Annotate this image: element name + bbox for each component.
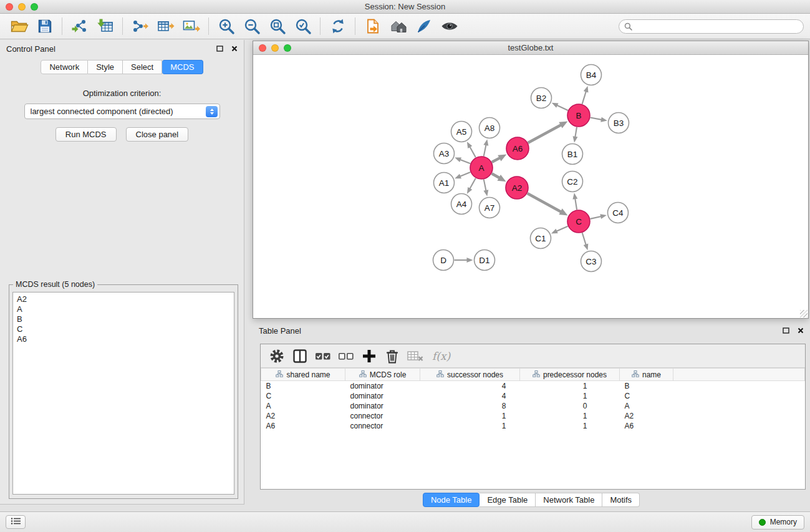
delete-icon[interactable] <box>381 346 403 366</box>
delete-table-icon[interactable] <box>404 346 426 366</box>
tab-network[interactable]: Network <box>41 60 88 74</box>
network-edge-B-B3[interactable] <box>591 118 602 120</box>
column-header-shared-name[interactable]: shared name <box>261 369 345 381</box>
tab-style[interactable]: Style <box>88 60 123 74</box>
network-node-C2[interactable]: C2 <box>562 172 583 192</box>
network-edge-A6-B[interactable] <box>528 125 562 143</box>
close-panel-icon[interactable] <box>798 327 804 334</box>
mcds-result-item[interactable]: A <box>17 304 230 314</box>
mcds-result-item[interactable]: A6 <box>17 334 230 344</box>
report-icon[interactable] <box>360 16 385 37</box>
function-builder-button[interactable]: f(x) <box>432 350 450 362</box>
column-header-MCDS-role[interactable]: MCDS role <box>345 369 420 381</box>
zoom-selected-icon[interactable] <box>290 16 316 37</box>
close-panel-icon[interactable] <box>231 46 238 52</box>
table-row[interactable]: Adominator80A <box>261 401 805 411</box>
deselect-all-icon[interactable] <box>335 346 357 366</box>
columns-icon[interactable] <box>289 346 311 366</box>
network-canvas[interactable]: B4B2BB3A5A8A6B1A3AA1C2A2A4A7C4CC1C3DD1 <box>253 55 808 318</box>
column-header-predecessor-nodes[interactable]: predecessor nodes <box>520 369 620 381</box>
network-node-B4[interactable]: B4 <box>581 65 602 85</box>
optimization-criterion-dropdown[interactable]: largest connected component (directed) <box>24 104 220 119</box>
column-header-successor-nodes[interactable]: successor nodes <box>420 369 520 381</box>
table-row[interactable]: Bdominator41B <box>261 381 805 391</box>
network-edge-B-B4[interactable] <box>582 90 587 104</box>
float-panel-icon[interactable] <box>216 46 223 52</box>
network-node-A8[interactable]: A8 <box>480 118 500 138</box>
network-node-A[interactable]: A <box>470 157 493 179</box>
network-node-B1[interactable]: B1 <box>562 144 583 165</box>
add-icon[interactable] <box>358 346 380 366</box>
tab-select[interactable]: Select <box>123 60 162 74</box>
network-edge-A-A5[interactable] <box>470 146 476 157</box>
mcds-result-item[interactable]: A2 <box>17 294 230 304</box>
network-edge-A2-C[interactable] <box>528 193 562 212</box>
zoom-in-icon[interactable] <box>213 16 239 37</box>
console-menu-button[interactable] <box>6 515 26 529</box>
table-row[interactable]: A6connector11A6 <box>261 421 805 431</box>
tab-mcds[interactable]: MCDS <box>162 60 203 74</box>
import-table-icon[interactable] <box>92 16 118 37</box>
resize-grip[interactable] <box>800 310 808 317</box>
tab-network-table[interactable]: Network Table <box>536 493 602 507</box>
network-edge-C-C1[interactable] <box>556 226 567 232</box>
network-node-A6[interactable]: A6 <box>506 137 529 160</box>
network-edge-A-A2[interactable] <box>492 173 500 178</box>
eye-icon[interactable] <box>436 16 462 37</box>
network-node-C3[interactable]: C3 <box>581 251 602 272</box>
tab-edge-table[interactable]: Edge Table <box>480 493 536 507</box>
mcds-result-item[interactable]: B <box>17 314 230 324</box>
network-edge-B-B2[interactable] <box>556 105 568 110</box>
mcds-result-item[interactable]: C <box>17 324 230 334</box>
network-edge-A-A8[interactable] <box>484 144 486 156</box>
home-icon[interactable] <box>385 16 411 37</box>
select-all-icon[interactable] <box>312 346 334 366</box>
run-mcds-button[interactable]: Run MCDS <box>55 127 117 142</box>
network-edge-A-A1[interactable] <box>460 172 471 177</box>
network-node-C4[interactable]: C4 <box>608 203 629 223</box>
import-network-icon[interactable] <box>67 16 92 37</box>
tab-motifs[interactable]: Motifs <box>602 493 640 507</box>
close-network-window-button[interactable] <box>259 44 266 52</box>
minimize-window-button[interactable] <box>18 3 26 11</box>
memory-button[interactable]: Memory <box>751 515 804 530</box>
float-panel-icon[interactable] <box>783 327 789 334</box>
network-edge-A-A6[interactable] <box>492 158 501 162</box>
zoom-fit-icon[interactable] <box>264 16 290 37</box>
network-node-B3[interactable]: B3 <box>609 113 629 133</box>
network-node-A7[interactable]: A7 <box>480 198 500 218</box>
maximize-network-window-button[interactable] <box>284 44 291 52</box>
maximize-window-button[interactable] <box>31 3 38 11</box>
refresh-layout-icon[interactable] <box>325 16 350 37</box>
network-node-A1[interactable]: A1 <box>434 173 455 193</box>
export-network-icon[interactable] <box>127 16 153 37</box>
network-node-B[interactable]: B <box>567 104 590 127</box>
search-input[interactable] <box>619 19 804 34</box>
network-edge-A-A4[interactable] <box>470 178 476 190</box>
network-edge-C-C2[interactable] <box>575 198 577 210</box>
network-node-A2[interactable]: A2 <box>506 177 528 199</box>
table-row[interactable]: A2connector11A2 <box>261 411 805 421</box>
mcds-result-list[interactable]: A2ABCA6 <box>12 292 234 495</box>
network-node-C[interactable]: C <box>567 210 590 233</box>
network-edge-C-C4[interactable] <box>591 216 602 219</box>
gear-icon[interactable] <box>266 346 287 366</box>
network-node-A5[interactable]: A5 <box>451 122 472 142</box>
network-edge-C-C3[interactable] <box>582 233 586 246</box>
tab-node-table[interactable]: Node Table <box>423 493 480 507</box>
network-node-B2[interactable]: B2 <box>531 88 552 109</box>
close-panel-button[interactable]: Close panel <box>126 127 189 142</box>
network-edge-A-A7[interactable] <box>484 180 486 191</box>
network-node-A3[interactable]: A3 <box>434 143 455 164</box>
network-graph[interactable]: B4B2BB3A5A8A6B1A3AA1C2A2A4A7C4CC1C3DD1 <box>253 55 808 318</box>
close-window-button[interactable] <box>6 3 13 11</box>
table-row[interactable]: Cdominator41C <box>261 391 805 401</box>
network-node-D[interactable]: D <box>433 250 454 271</box>
export-image-icon[interactable] <box>178 16 204 37</box>
network-node-A4[interactable]: A4 <box>451 194 472 215</box>
zoom-out-icon[interactable] <box>239 16 264 37</box>
network-node-D1[interactable]: D1 <box>475 250 495 271</box>
analyzer-icon[interactable] <box>411 16 436 37</box>
save-icon[interactable] <box>32 16 57 37</box>
network-node-C1[interactable]: C1 <box>531 228 551 249</box>
